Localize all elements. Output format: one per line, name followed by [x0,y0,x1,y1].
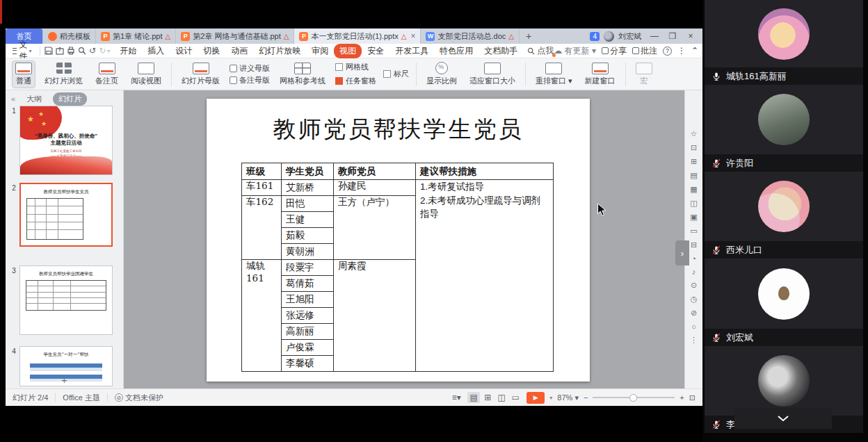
strip-icon-11[interactable]: ⊙ [691,281,697,290]
zoom-slider-knob[interactable] [629,394,637,402]
ribbon-button-适应窗口大小[interactable]: 适应窗口大小 [467,61,518,88]
hamburger-icon[interactable] [13,48,17,54]
strip-icon-3[interactable]: ▤ [690,171,697,180]
slide-thumbnail-3[interactable]: 教师党员帮扶学业困难学生 [19,265,113,335]
checkbox-网格线[interactable]: 网格线 [335,62,376,72]
zoom-slider[interactable] [593,397,675,398]
close-tab-icon[interactable]: × [410,31,415,41]
view-mode-2[interactable]: ◫ [495,392,508,403]
save-icon[interactable] [45,46,53,56]
strip-icon-1[interactable]: ⊡ [691,143,697,152]
menu-文档助手[interactable]: 文档助手 [479,44,523,58]
ribbon-button-幻灯片母版[interactable]: 幻灯片母版 [179,61,223,88]
menu-开始[interactable]: 开始 [114,44,142,58]
strip-icon-15[interactable]: ⋮ [690,336,698,345]
strip-icon-4[interactable]: ▦ [690,185,697,194]
ribbon-button-备注页[interactable]: 备注页 [93,61,121,88]
menu-安全[interactable]: 安全 [362,44,389,58]
protect-label[interactable]: 文档未保护 [125,393,163,403]
menu-视图[interactable]: 视图 [334,44,362,58]
ribbon-button-宏[interactable]: 宏 [633,61,655,88]
tab-slides[interactable]: 幻灯片 [53,92,87,106]
current-slide[interactable]: 教师党员帮扶学生党员 班级学生党员教师党员建议帮扶措施车161艾新桥孙建民1.考… [207,99,590,382]
participant-tile[interactable]: 城轨161高新丽 [705,0,863,85]
notes-toggle[interactable]: ≡▾ [450,392,463,403]
account-name[interactable]: 刘宏斌 [618,31,641,42]
share-button[interactable]: 分享 [602,45,627,57]
more-menu-button[interactable]: ⋮ [677,46,686,56]
participant-tile[interactable]: 刘宏斌 [705,259,863,346]
strip-icon-0[interactable]: ☆ [691,129,698,138]
view-mode-3[interactable]: ▭ [509,392,522,403]
strip-icon-5[interactable]: ◫ [690,199,697,208]
strip-icon-10[interactable]: ♪ [692,268,696,276]
strip-icon-2[interactable]: ⊞ [691,157,697,166]
menu-特色应用[interactable]: 特色应用 [434,44,479,58]
collapse-panel-icon[interactable]: « [11,95,15,103]
ribbon-button-显示比例[interactable]: 显示比例 [424,60,460,88]
zoom-percent[interactable]: 87% ▾ [557,393,579,402]
print-preview-icon[interactable] [78,46,86,56]
tab-outline[interactable]: 大纲 [21,92,47,106]
collapse-ribbon-button[interactable]: ⌃ [691,46,698,56]
slide-thumbnail-1[interactable]: ★★★“亮身份、践初心、担使命”主题党日活动车辆工程系教工党支部——主题党日活动… [19,106,113,175]
strip-icon-8[interactable]: ⊟ [691,240,697,249]
menu-动画[interactable]: 动画 [225,44,253,58]
checkbox-标尺[interactable]: 标尺 [383,69,409,79]
zoom-in-button[interactable]: + [680,393,684,402]
slide-title[interactable]: 教师党员帮扶学生党员 [207,114,590,145]
menu-插入[interactable]: 插入 [142,44,170,58]
ribbon-button-阅读视图[interactable]: 阅读视图 [128,61,164,88]
menu-审阅[interactable]: 审阅 [306,44,334,58]
restore-button[interactable]: ❐ [664,28,682,44]
slide-thumbnail-2[interactable]: 教师党员帮扶学生党员 [19,183,113,247]
close-button[interactable]: × [682,28,700,44]
slideshow-play-button[interactable]: ▶ [527,392,545,404]
ribbon-button-重排窗口[interactable]: 重排窗口 ▾ [533,61,575,88]
participant-tile[interactable]: 西米儿口 [705,172,863,259]
cloud-update-button[interactable]: ☁ 有更新 ▾ [554,45,596,57]
strip-icon-6[interactable]: ▣ [690,213,697,222]
play-caret-icon[interactable]: ▾ [549,395,552,401]
view-mode-1[interactable]: ⊞ [481,392,494,403]
document-tab[interactable]: P本一支部党日活动(1).pptx△× [294,28,421,44]
export-icon[interactable] [56,46,64,56]
more-participants-button[interactable] [734,408,832,429]
file-menu-caret-icon[interactable]: ▾ [29,48,32,54]
ribbon-button-普通[interactable]: 普通 [13,61,35,88]
strip-icon-14[interactable]: ○ [691,322,696,331]
window-count-badge[interactable]: 4 [590,32,600,41]
strip-icon-7[interactable]: ▭ [690,227,697,236]
undo-icon[interactable]: ↺ [89,46,96,56]
quickbar-caret-icon[interactable]: ▿ [107,48,110,54]
new-tab-button[interactable]: + [520,28,538,44]
comment-button[interactable]: 批注 [632,45,657,57]
checkbox-任务窗格[interactable]: 任务窗格 [335,76,376,86]
participant-tile[interactable]: 许贵阳 [705,85,863,172]
theme-label[interactable]: Office 主题 [63,393,100,403]
ribbon-button-讲义母版[interactable]: 讲义母版 [230,63,270,74]
menu-开发工具[interactable]: 开发工具 [389,44,434,58]
ribbon-button-备注母版[interactable]: 备注母版 [230,75,270,85]
view-mode-0[interactable]: ▤ [467,392,480,403]
search-box[interactable]: 点我 [527,45,554,57]
minimize-button[interactable]: — [645,28,664,44]
menu-设计[interactable]: 设计 [170,44,198,58]
ribbon-button-幻灯片浏览[interactable]: 幻灯片浏览 [42,60,86,88]
document-tab[interactable]: P第1章 绪论.ppt△ [96,28,176,44]
add-slide-button[interactable]: + [6,374,123,386]
strip-icon-13[interactable]: ⊘ [691,309,697,318]
strip-icon-9[interactable]: ◔ [691,254,696,263]
slide-canvas[interactable]: 教师党员帮扶学生党员 班级学生党员教师党员建议帮扶措施车161艾新桥孙建民1.考… [124,90,684,388]
document-tab[interactable]: P第2章 网络与通信基础.ppt△ [176,28,294,44]
ribbon-button-新建窗口[interactable]: 新建窗口 [582,61,618,88]
strip-icon-12[interactable]: ◷ [691,295,698,304]
redo-icon[interactable]: ↻ [99,46,106,56]
document-tab[interactable]: W支部党日活动总.doc△ [421,28,520,44]
print-icon[interactable] [67,46,75,56]
menu-切换[interactable]: 切换 [198,44,225,58]
document-tab[interactable]: 稻壳模板 [43,28,96,44]
account-avatar[interactable] [604,31,614,42]
zoom-out-button[interactable]: − [584,393,588,402]
menu-幻灯片放映[interactable]: 幻灯片放映 [253,44,306,58]
